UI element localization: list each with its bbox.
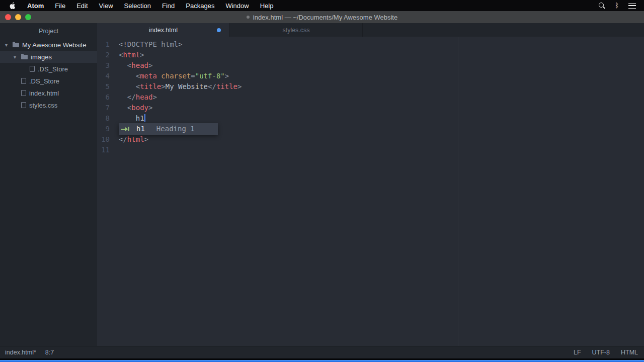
sidebar-header: Project bbox=[0, 23, 97, 39]
code-text: h1 bbox=[119, 113, 145, 124]
tab-styles-css[interactable]: styles.css bbox=[230, 23, 363, 37]
line-number: 2 bbox=[97, 50, 119, 60]
status-line-ending[interactable]: LF bbox=[574, 349, 581, 356]
status-grammar[interactable]: HTML bbox=[621, 349, 638, 356]
window-title-bar[interactable]: index.html — ~/Documents/My Awesome Webs… bbox=[0, 11, 644, 23]
file-icon bbox=[21, 78, 26, 84]
tab-arrow-icon bbox=[119, 123, 134, 135]
screen: AtomFileEditViewSelectionFindPackagesWin… bbox=[0, 0, 644, 362]
status-file-path[interactable]: index.html* bbox=[5, 349, 36, 356]
code-text: <body> bbox=[119, 103, 152, 113]
document-edited-icon bbox=[247, 16, 250, 19]
autocomplete-description: Heading 1 bbox=[156, 124, 195, 134]
zoom-button[interactable] bbox=[25, 14, 31, 20]
code-text: <html> bbox=[119, 50, 144, 60]
status-bar-right: LF UTF-8 HTML bbox=[574, 349, 638, 356]
file-icon bbox=[30, 66, 35, 72]
code-text: <title>My Website</title> bbox=[119, 81, 242, 92]
editor-column: index.htmlstyles.css 1<!DOCTYPE html>2<h… bbox=[97, 23, 644, 346]
menu-edit[interactable]: Edit bbox=[71, 2, 93, 10]
tree-item-label: styles.css bbox=[29, 102, 57, 109]
code-line[interactable]: 6 </head> bbox=[97, 92, 644, 103]
tab-label: index.html bbox=[149, 27, 178, 34]
menu-packages[interactable]: Packages bbox=[180, 2, 220, 10]
close-button[interactable] bbox=[5, 14, 11, 20]
code-text: </head> bbox=[119, 92, 157, 103]
project-sidebar: Project ▾My Awesome Website▾images.DS_St… bbox=[0, 23, 97, 346]
wrap-guide bbox=[458, 37, 458, 346]
code-line[interactable]: 5 <title>My Website</title> bbox=[97, 81, 644, 92]
status-cursor-position[interactable]: 8:7 bbox=[45, 349, 54, 356]
status-encoding[interactable]: UTF-8 bbox=[592, 349, 610, 356]
code-line[interactable]: 10</html> bbox=[97, 134, 644, 145]
menu-selection[interactable]: Selection bbox=[119, 2, 156, 10]
code-line[interactable]: 7 <body> bbox=[97, 103, 644, 113]
bluetooth-icon[interactable]: ᛒ bbox=[615, 2, 619, 9]
menu-bar-status-icons: ᛒ bbox=[598, 2, 644, 9]
menu-help[interactable]: Help bbox=[255, 2, 279, 10]
menu-view[interactable]: View bbox=[94, 2, 119, 10]
macos-menu-bar: AtomFileEditViewSelectionFindPackagesWin… bbox=[0, 0, 644, 11]
window-title-area: index.html — ~/Documents/My Awesome Webs… bbox=[0, 14, 644, 21]
search-icon[interactable] bbox=[598, 2, 605, 9]
line-number: 11 bbox=[97, 145, 119, 155]
menu-items: AtomFileEditViewSelectionFindPackagesWin… bbox=[22, 2, 279, 10]
editor-lines: 1<!DOCTYPE html>2<html>3 <head>4 <meta c… bbox=[97, 39, 644, 155]
line-number: 1 bbox=[97, 39, 119, 50]
desktop-strip bbox=[0, 360, 644, 362]
apple-menu-icon[interactable] bbox=[9, 2, 16, 10]
traffic-lights bbox=[0, 14, 31, 20]
window-title: index.html — ~/Documents/My Awesome Webs… bbox=[253, 14, 397, 21]
tree-item-index-html[interactable]: index.html bbox=[0, 87, 97, 99]
autocomplete-popup[interactable]: h1 Heading 1 bbox=[119, 123, 218, 135]
line-number: 3 bbox=[97, 60, 119, 71]
notification-center-icon[interactable] bbox=[628, 3, 636, 9]
code-text: <head> bbox=[119, 60, 152, 71]
folder-icon bbox=[21, 55, 28, 59]
tree-item-images[interactable]: ▾images bbox=[0, 51, 97, 63]
tab-index-html[interactable]: index.html bbox=[97, 23, 230, 37]
chevron-down-icon: ▾ bbox=[4, 42, 13, 48]
code-line[interactable]: 11 bbox=[97, 145, 644, 155]
tree-item-label: .DS_Store bbox=[38, 65, 68, 73]
code-line[interactable]: 8 h1 bbox=[97, 113, 644, 124]
code-line[interactable]: 3 <head> bbox=[97, 60, 644, 71]
code-line[interactable]: 1<!DOCTYPE html> bbox=[97, 39, 644, 50]
menu-window[interactable]: Window bbox=[220, 2, 254, 10]
menu-file[interactable]: File bbox=[49, 2, 71, 10]
line-number: 5 bbox=[97, 81, 119, 92]
status-bar-left: index.html* 8:7 bbox=[5, 349, 54, 356]
menu-atom[interactable]: Atom bbox=[22, 2, 49, 10]
tree-item-label: .DS_Store bbox=[29, 77, 59, 85]
tree-item-ds-store[interactable]: .DS_Store bbox=[0, 63, 97, 75]
tab-label: styles.css bbox=[282, 27, 309, 34]
text-cursor bbox=[144, 114, 145, 122]
editor[interactable]: 1<!DOCTYPE html>2<html>3 <head>4 <meta c… bbox=[97, 37, 644, 346]
tree-item-ds-store[interactable]: .DS_Store bbox=[0, 75, 97, 87]
line-number: 8 bbox=[97, 113, 119, 124]
file-icon bbox=[21, 90, 26, 96]
tree-item-label: images bbox=[31, 53, 52, 61]
line-number: 6 bbox=[97, 92, 119, 103]
chevron-down-icon: ▾ bbox=[13, 54, 21, 60]
modified-icon bbox=[217, 28, 221, 32]
code-text: </html> bbox=[119, 134, 148, 145]
tree-item-label: index.html bbox=[29, 89, 59, 97]
folder-icon bbox=[13, 43, 19, 47]
line-number: 7 bbox=[97, 103, 119, 113]
file-icon bbox=[21, 102, 26, 108]
tree-list: ▾My Awesome Website▾images.DS_Store.DS_S… bbox=[0, 39, 97, 111]
tree-item-my-awesome-website[interactable]: ▾My Awesome Website bbox=[0, 39, 97, 51]
code-line[interactable]: 2<html> bbox=[97, 50, 644, 60]
code-text: <!DOCTYPE html> bbox=[119, 39, 182, 50]
line-number: 9 bbox=[97, 124, 119, 134]
code-text: <meta charset="utf-8"> bbox=[119, 71, 229, 81]
tree-item-label: My Awesome Website bbox=[22, 41, 86, 49]
menu-find[interactable]: Find bbox=[156, 2, 180, 10]
tree-item-styles-css[interactable]: styles.css bbox=[0, 99, 97, 111]
minimize-button[interactable] bbox=[15, 14, 21, 20]
autocomplete-match[interactable]: h1 bbox=[136, 124, 145, 134]
status-bar: index.html* 8:7 LF UTF-8 HTML bbox=[0, 346, 644, 358]
main-area: Project ▾My Awesome Website▾images.DS_St… bbox=[0, 23, 644, 346]
code-line[interactable]: 4 <meta charset="utf-8"> bbox=[97, 71, 644, 81]
